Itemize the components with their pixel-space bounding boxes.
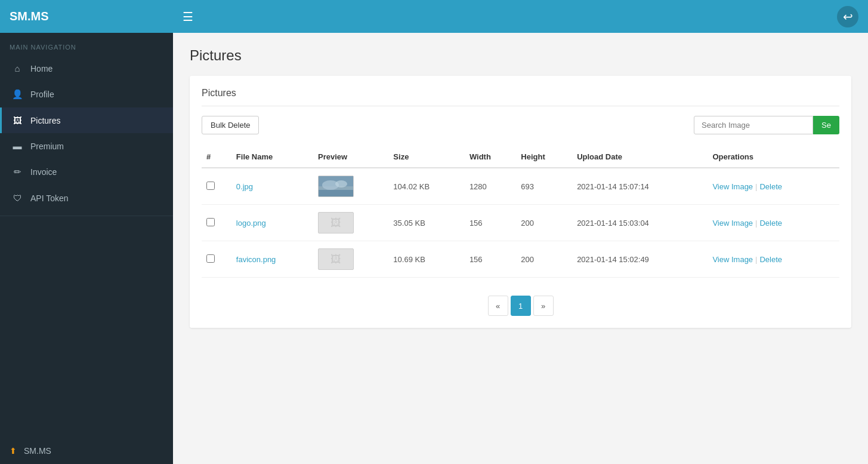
sidebar-label-pictures: Pictures <box>30 116 61 125</box>
api-token-icon: 🛡 <box>11 193 23 203</box>
pagination: « 1 » <box>202 296 839 316</box>
invoice-icon: ✏ <box>11 167 23 177</box>
view-image-link[interactable]: View Image <box>712 219 753 228</box>
sidebar-item-home[interactable]: ⌂ Home <box>0 56 173 81</box>
pagination-prev[interactable]: « <box>488 296 508 316</box>
nav-section-label: MAIN NAVIGATION <box>0 33 173 56</box>
table-row: favicon.png🖼10.69 KB1562002021-01-14 15:… <box>202 241 839 278</box>
upload-icon: ⬆ <box>10 446 17 456</box>
image-height: 200 <box>516 241 572 278</box>
view-image-link[interactable]: View Image <box>712 182 753 191</box>
delete-link[interactable]: Delete <box>759 219 782 228</box>
op-separator: | <box>755 255 757 264</box>
file-size: 35.05 KB <box>388 205 465 241</box>
col-width: Width <box>465 146 516 168</box>
image-width: 156 <box>465 241 516 278</box>
search-group: Se <box>694 116 839 134</box>
view-image-link[interactable]: View Image <box>712 255 753 264</box>
preview-placeholder-icon: 🖼 <box>330 253 341 266</box>
col-filename: File Name <box>231 146 313 168</box>
image-height: 693 <box>516 168 572 205</box>
search-input[interactable] <box>694 116 813 134</box>
col-height: Height <box>516 146 572 168</box>
file-link[interactable]: favicon.png <box>236 255 276 264</box>
bulk-delete-button[interactable]: Bulk Delete <box>202 116 259 134</box>
sidebar-label-premium: Premium <box>30 142 64 151</box>
hamburger-icon[interactable]: ☰ <box>183 10 837 24</box>
preview-thumbnail <box>318 176 354 197</box>
table-row: 0.jpg 104.02 KB12806932021-01-14 15:07:1… <box>202 168 839 205</box>
sidebar-label-profile: Profile <box>30 90 54 99</box>
sidebar-item-pictures[interactable]: 🖼 Pictures <box>0 107 173 133</box>
op-separator: | <box>755 219 757 228</box>
sidebar-label-smms: SM.MS <box>24 446 51 456</box>
toolbar: Bulk Delete Se <box>202 116 839 134</box>
row-checkbox[interactable] <box>206 182 215 190</box>
file-link[interactable]: logo.png <box>236 219 266 228</box>
sidebar-item-premium[interactable]: ▬ Premium <box>0 133 173 159</box>
delete-link[interactable]: Delete <box>759 182 782 191</box>
page-title: Pictures <box>190 47 851 64</box>
sidebar-item-invoice[interactable]: ✏ Invoice <box>0 159 173 185</box>
profile-icon: 👤 <box>11 89 23 100</box>
file-size: 104.02 KB <box>388 168 465 205</box>
sidebar-label-invoice: Invoice <box>30 167 57 177</box>
sidebar-item-smms[interactable]: ⬆ SM.MS <box>0 438 173 464</box>
sidebar-divider <box>0 216 173 216</box>
premium-icon: ▬ <box>11 141 23 151</box>
image-height: 200 <box>516 205 572 241</box>
file-link[interactable]: 0.jpg <box>236 182 253 191</box>
preview-thumbnail: 🖼 <box>318 248 354 270</box>
col-operations: Operations <box>708 146 839 168</box>
sidebar-label-home: Home <box>30 64 52 73</box>
content-card: Pictures Bulk Delete Se # File Name Prev… <box>190 76 851 328</box>
preview-placeholder-icon: 🖼 <box>330 217 341 229</box>
svg-point-3 <box>335 180 347 188</box>
sidebar-item-profile[interactable]: 👤 Profile <box>0 81 173 107</box>
main-content: Pictures Pictures Bulk Delete Se # File … <box>173 33 868 464</box>
delete-link[interactable]: Delete <box>759 255 782 264</box>
preview-thumbnail: 🖼 <box>318 212 354 233</box>
image-width: 1280 <box>465 168 516 205</box>
col-upload-date: Upload Date <box>572 146 708 168</box>
file-size: 10.69 KB <box>388 241 465 278</box>
user-menu-icon[interactable]: ↩ <box>837 6 858 27</box>
table-header-row: # File Name Preview Size Width Height Up… <box>202 146 839 168</box>
sidebar: MAIN NAVIGATION ⌂ Home 👤 Profile 🖼 Pictu… <box>0 33 173 464</box>
image-width: 156 <box>465 205 516 241</box>
row-checkbox[interactable] <box>206 218 215 226</box>
upload-date: 2021-01-14 15:02:49 <box>572 241 708 278</box>
col-hash: # <box>202 146 231 168</box>
op-separator: | <box>755 182 757 191</box>
upload-date: 2021-01-14 15:03:04 <box>572 205 708 241</box>
sidebar-label-api-token: API Token <box>30 193 69 203</box>
pagination-page-1[interactable]: 1 <box>511 296 531 316</box>
sidebar-item-api-token[interactable]: 🛡 API Token <box>0 185 173 211</box>
upload-date: 2021-01-14 15:07:14 <box>572 168 708 205</box>
images-table: # File Name Preview Size Width Height Up… <box>202 146 839 278</box>
brand-title: SM.MS <box>10 10 183 23</box>
search-button[interactable]: Se <box>813 116 839 134</box>
svg-rect-4 <box>319 190 353 197</box>
row-checkbox[interactable] <box>206 254 215 263</box>
col-size: Size <box>388 146 465 168</box>
pictures-icon: 🖼 <box>11 115 23 125</box>
pagination-next[interactable]: » <box>533 296 554 316</box>
card-title: Pictures <box>202 88 839 106</box>
table-row: logo.png🖼35.05 KB1562002021-01-14 15:03:… <box>202 205 839 241</box>
col-preview: Preview <box>313 146 388 168</box>
home-icon: ⌂ <box>11 63 23 73</box>
